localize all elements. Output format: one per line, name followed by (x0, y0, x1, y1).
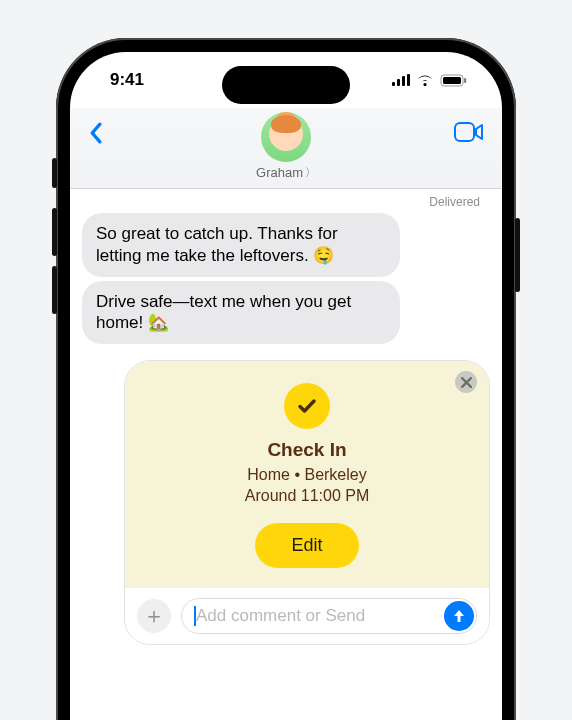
message-row: Drive safe—text me when you get home! 🏡 (82, 281, 490, 345)
contact-avatar (261, 112, 311, 162)
checkin-time: Around 11:00 PM (143, 486, 471, 507)
cellular-icon (392, 74, 410, 86)
power-button[interactable] (515, 218, 520, 292)
message-bubble[interactable]: So great to catch up. Thanks for letting… (82, 213, 400, 277)
contact-name: Graham (256, 165, 303, 180)
contact-header[interactable]: Graham 〉 (256, 112, 316, 180)
silent-switch[interactable] (52, 158, 57, 188)
volume-up-button[interactable] (52, 208, 57, 256)
checkmark-icon (284, 383, 330, 429)
volume-down-button[interactable] (52, 266, 57, 314)
message-bubble[interactable]: Drive safe—text me when you get home! 🏡 (82, 281, 400, 345)
checkin-title: Check In (143, 439, 471, 461)
compose-field (181, 598, 477, 634)
checkin-attachment: Check In Home • Berkeley Around 11:00 PM… (124, 360, 490, 645)
wifi-icon (416, 74, 434, 87)
conversation-header: Graham 〉 (70, 108, 502, 189)
message-row: So great to catch up. Thanks for letting… (82, 213, 490, 277)
svg-rect-1 (443, 77, 461, 84)
compose-input[interactable] (181, 598, 477, 634)
back-button[interactable] (88, 112, 124, 148)
screen: 9:41 Graham 〉 (70, 52, 502, 720)
svg-rect-3 (455, 123, 474, 141)
message-text: So great to catch up. Thanks for letting… (96, 224, 338, 265)
text-cursor (194, 606, 196, 626)
checkin-location: Home • Berkeley (143, 465, 471, 486)
plus-button[interactable]: ＋ (137, 599, 171, 633)
delivered-label: Delivered (82, 195, 490, 209)
message-text: Drive safe—text me when you get home! 🏡 (96, 292, 351, 333)
svg-rect-2 (464, 78, 466, 83)
facetime-button[interactable] (448, 112, 484, 146)
send-button[interactable] (444, 601, 474, 631)
battery-icon (440, 74, 468, 87)
compose-bar: ＋ (125, 588, 489, 644)
checkin-card: Check In Home • Berkeley Around 11:00 PM… (125, 361, 489, 588)
dynamic-island (222, 66, 350, 104)
chevron-right-icon: 〉 (305, 165, 316, 180)
close-icon[interactable] (455, 371, 477, 393)
status-icons (392, 74, 468, 87)
status-time: 9:41 (110, 70, 144, 90)
edit-button[interactable]: Edit (255, 523, 358, 568)
message-thread: Delivered So great to catch up. Thanks f… (70, 189, 502, 720)
device-frame: 9:41 Graham 〉 (56, 38, 516, 720)
